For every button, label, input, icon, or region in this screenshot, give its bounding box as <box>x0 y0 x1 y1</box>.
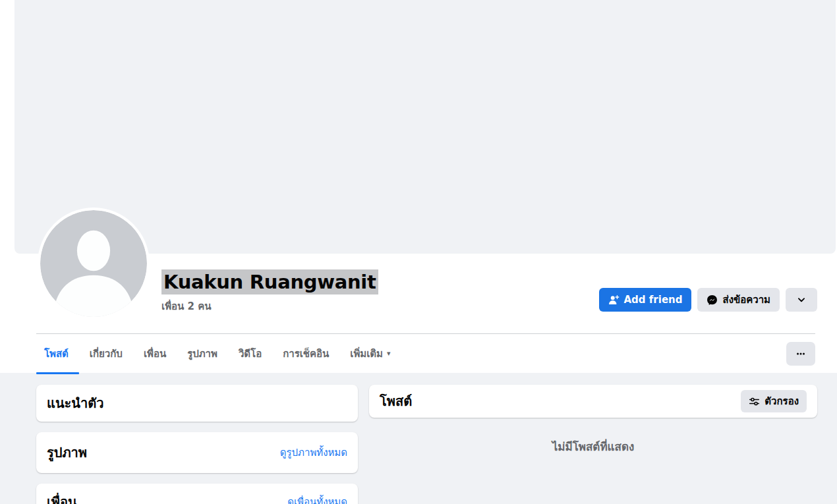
add-friend-button[interactable]: Add friend <box>599 288 692 312</box>
send-message-button[interactable]: ส่งข้อความ <box>697 288 780 312</box>
tab-posts-label: โพสต์ <box>44 346 69 362</box>
friends-count[interactable]: เพื่อน 2 คน <box>161 298 378 314</box>
tab-overflow-button[interactable] <box>786 342 815 366</box>
no-posts-message: ไม่มีโพสต์ที่แสดง <box>369 437 817 455</box>
posts-filter-label: ตัวกรอง <box>765 393 799 409</box>
tab-friends[interactable]: เพื่อน <box>133 334 177 374</box>
tab-more[interactable]: เพิ่มเติม ▾ <box>339 334 401 374</box>
intro-card-title: แนะนำตัว <box>47 395 103 411</box>
profile-header: Kuakun Ruangwanit เพื่อน 2 คน Add friend <box>14 254 836 333</box>
tab-photos-label: รูปภาพ <box>187 346 217 362</box>
tab-about[interactable]: เกี่ยวกับ <box>79 334 133 374</box>
add-friend-label: Add friend <box>624 294 683 306</box>
default-avatar-icon <box>40 210 147 317</box>
posts-column: โพสต์ ตัวกรอง ไม่มีโพสต์ที่แสดง <box>369 385 817 455</box>
tab-videos[interactable]: วิดีโอ <box>228 334 272 374</box>
filters-sliders-icon <box>749 396 760 407</box>
posts-card-title: โพสต์ <box>380 393 412 409</box>
tab-posts[interactable]: โพสต์ <box>36 334 79 374</box>
tab-friends-label: เพื่อน <box>144 346 166 362</box>
send-message-label: ส่งข้อความ <box>722 292 770 308</box>
profile-action-buttons: Add friend ส่งข้อความ <box>599 288 817 312</box>
profile-identity: Kuakun Ruangwanit เพื่อน 2 คน <box>161 269 378 314</box>
see-all-photos-link[interactable]: ดูรูปภาพทั้งหมด <box>280 445 347 461</box>
friends-card-title: เพื่อน <box>47 494 77 504</box>
see-all-friends-link[interactable]: ดูเพื่อนทั้งหมด <box>287 494 347 504</box>
caret-down-icon: ▾ <box>387 350 391 357</box>
friends-card: เพื่อน ดูเพื่อนทั้งหมด <box>36 484 358 504</box>
profile-body: แนะนำตัว รูปภาพ ดูรูปภาพทั้งหมด เพื่อน ด… <box>0 373 837 504</box>
photos-card-title: รูปภาพ <box>47 445 87 461</box>
more-profile-actions-button[interactable] <box>786 288 817 312</box>
profile-tab-bar: โพสต์ เกี่ยวกับ เพื่อน รูปภาพ วิดีโอ การ… <box>36 333 815 373</box>
intro-card: แนะนำตัว <box>36 385 358 422</box>
chevron-down-icon <box>795 294 807 306</box>
posts-header-card: โพสต์ ตัวกรอง <box>369 385 817 418</box>
tab-more-label: เพิ่มเติม <box>350 346 383 362</box>
tab-checkins-label: การเช็คอิน <box>283 346 329 362</box>
posts-filter-button[interactable]: ตัวกรอง <box>741 390 807 412</box>
tab-checkins[interactable]: การเช็คอิน <box>272 334 339 374</box>
person-add-icon <box>608 294 620 306</box>
photos-card: รูปภาพ ดูรูปภาพทั้งหมด <box>36 432 358 473</box>
tab-videos-label: วิดีโอ <box>239 346 262 362</box>
messenger-icon <box>707 294 718 306</box>
tab-photos[interactable]: รูปภาพ <box>177 334 228 374</box>
profile-name: Kuakun Ruangwanit <box>161 269 378 294</box>
profile-top-section: Kuakun Ruangwanit เพื่อน 2 คน Add friend <box>0 0 837 373</box>
profile-sidebar: แนะนำตัว รูปภาพ ดูรูปภาพทั้งหมด เพื่อน ด… <box>36 385 358 504</box>
tab-about-label: เกี่ยวกับ <box>90 346 123 362</box>
profile-avatar[interactable] <box>38 208 150 320</box>
ellipsis-icon <box>795 348 807 360</box>
